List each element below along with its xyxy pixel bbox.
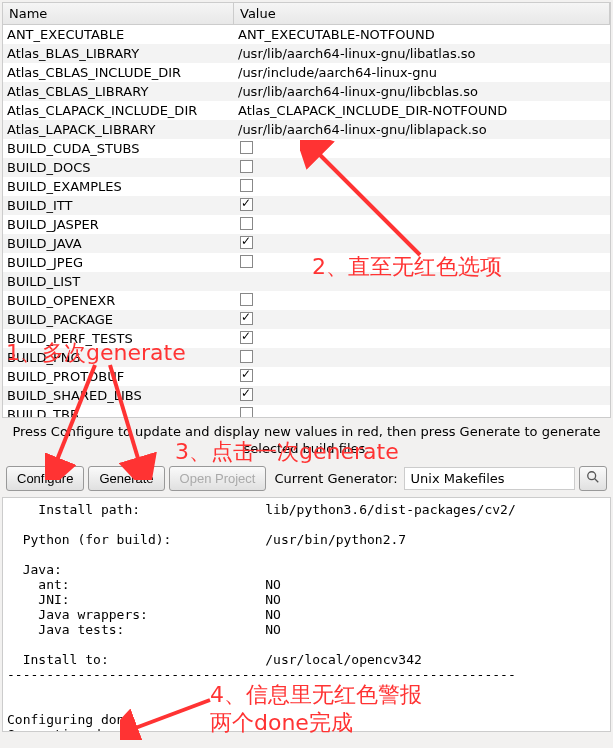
cell-name: BUILD_OPENEXR [3,292,234,309]
checkbox[interactable] [240,236,253,249]
checkbox[interactable] [240,293,253,306]
table-body: ANT_EXECUTABLEANT_EXECUTABLE-NOTFOUNDAtl… [3,25,610,418]
checkbox[interactable] [240,217,253,230]
table-row[interactable]: ANT_EXECUTABLEANT_EXECUTABLE-NOTFOUND [3,25,610,44]
table-row[interactable]: BUILD_JASPER [3,215,610,234]
button-bar: Configure Generate Open Project Current … [0,462,613,495]
header-name[interactable]: Name [3,3,234,24]
cell-name: BUILD_DOCS [3,159,234,176]
cell-name: BUILD_PACKAGE [3,311,234,328]
cell-value[interactable] [234,330,610,348]
table-header: Name Value [3,3,610,25]
cell-name: Atlas_BLAS_LIBRARY [3,45,234,62]
checkbox[interactable] [240,198,253,211]
table-row[interactable]: BUILD_JAVA [3,234,610,253]
configure-button[interactable]: Configure [6,466,84,491]
checkbox[interactable] [240,160,253,173]
cell-value[interactable] [234,216,610,234]
cell-name: BUILD_ITT [3,197,234,214]
table-row[interactable]: BUILD_PACKAGE [3,310,610,329]
cell-value[interactable]: /usr/lib/aarch64-linux-gnu/libcblas.so [234,83,610,100]
cell-name: BUILD_CUDA_STUBS [3,140,234,157]
checkbox[interactable] [240,255,253,268]
checkbox[interactable] [240,388,253,401]
cell-value[interactable] [234,311,610,329]
generate-button[interactable]: Generate [88,466,164,491]
search-button[interactable] [579,466,607,491]
cell-value[interactable] [234,368,610,386]
cell-name: BUILD_PERF_TESTS [3,330,234,347]
cell-name: Atlas_CLAPACK_INCLUDE_DIR [3,102,234,119]
table-row[interactable]: BUILD_EXAMPLES [3,177,610,196]
cell-name: BUILD_SHARED_LIBS [3,387,234,404]
table-row[interactable]: BUILD_CUDA_STUBS [3,139,610,158]
instruction-text: Press Configure to update and display ne… [0,420,613,462]
svg-line-1 [595,479,599,483]
table-row[interactable]: Atlas_LAPACK_LIBRARY/usr/lib/aarch64-lin… [3,120,610,139]
cell-value[interactable] [234,197,610,215]
table-row[interactable]: BUILD_DOCS [3,158,610,177]
cell-name: Atlas_CBLAS_LIBRARY [3,83,234,100]
open-project-button[interactable]: Open Project [169,466,267,491]
checkbox[interactable] [240,331,253,344]
output-log[interactable]: Install path: lib/python3.6/dist-package… [2,497,611,732]
cell-value[interactable] [234,254,610,272]
cell-name: Atlas_CBLAS_INCLUDE_DIR [3,64,234,81]
table-row[interactable]: Atlas_BLAS_LIBRARY/usr/lib/aarch64-linux… [3,44,610,63]
table-row[interactable]: BUILD_JPEG [3,253,610,272]
cell-name: ANT_EXECUTABLE [3,26,234,43]
cell-value[interactable]: /usr/lib/aarch64-linux-gnu/liblapack.so [234,121,610,138]
checkbox[interactable] [240,369,253,382]
checkbox[interactable] [240,141,253,154]
checkbox[interactable] [240,312,253,325]
cell-name: BUILD_JPEG [3,254,234,271]
search-icon [586,470,600,484]
cell-value[interactable]: ANT_EXECUTABLE-NOTFOUND [234,26,610,43]
table-row[interactable]: BUILD_LIST [3,272,610,291]
cell-name: BUILD_JAVA [3,235,234,252]
generator-value: Unix Makefiles [404,467,575,490]
cell-name: BUILD_LIST [3,273,234,290]
checkbox[interactable] [240,350,253,363]
table-row[interactable]: BUILD_SHARED_LIBS [3,386,610,405]
cell-name: BUILD_TBB [3,406,234,418]
table-row[interactable]: BUILD_PERF_TESTS [3,329,610,348]
checkbox[interactable] [240,407,253,419]
cell-name: BUILD_PROTOBUF [3,368,234,385]
cell-value[interactable] [234,178,610,196]
table-row[interactable]: BUILD_PNG [3,348,610,367]
table-row[interactable]: BUILD_PROTOBUF [3,367,610,386]
cell-name: BUILD_JASPER [3,216,234,233]
table-row[interactable]: Atlas_CBLAS_INCLUDE_DIR/usr/include/aarc… [3,63,610,82]
cell-value[interactable] [234,349,610,367]
cell-value[interactable]: /usr/lib/aarch64-linux-gnu/libatlas.so [234,45,610,62]
generator-label: Current Generator: [274,471,397,486]
cell-value[interactable] [234,235,610,253]
table-row[interactable]: BUILD_TBB [3,405,610,418]
cell-name: BUILD_EXAMPLES [3,178,234,195]
cell-value[interactable]: /usr/include/aarch64-linux-gnu [234,64,610,81]
cell-value[interactable] [234,292,610,310]
cell-value[interactable] [234,406,610,419]
table-row[interactable]: Atlas_CLAPACK_INCLUDE_DIRAtlas_CLAPACK_I… [3,101,610,120]
checkbox[interactable] [240,179,253,192]
cell-value[interactable]: Atlas_CLAPACK_INCLUDE_DIR-NOTFOUND [234,102,610,119]
table-row[interactable]: BUILD_OPENEXR [3,291,610,310]
cell-value[interactable] [234,281,610,283]
cell-name: BUILD_PNG [3,349,234,366]
cell-name: Atlas_LAPACK_LIBRARY [3,121,234,138]
cell-value[interactable] [234,140,610,158]
cell-value[interactable] [234,387,610,405]
table-row[interactable]: BUILD_ITT [3,196,610,215]
svg-point-0 [588,472,596,480]
config-table: Name Value ANT_EXECUTABLEANT_EXECUTABLE-… [2,2,611,418]
cell-value[interactable] [234,159,610,177]
header-value[interactable]: Value [234,3,610,24]
table-row[interactable]: Atlas_CBLAS_LIBRARY/usr/lib/aarch64-linu… [3,82,610,101]
